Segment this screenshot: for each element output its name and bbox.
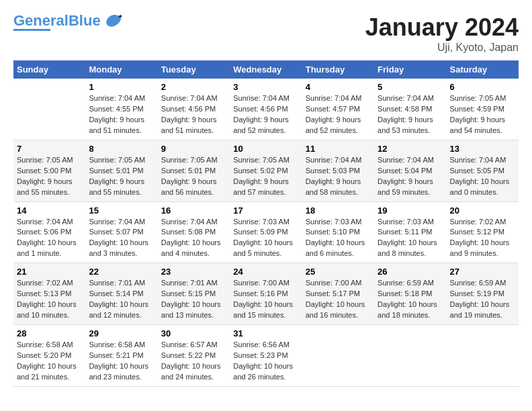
- day-info: Sunrise: 7:02 AM Sunset: 5:12 PM Dayligh…: [450, 217, 515, 260]
- title-block: January 2024 Uji, Kyoto, Japan: [365, 13, 519, 54]
- day-info: Sunrise: 7:04 AM Sunset: 5:06 PM Dayligh…: [17, 217, 82, 260]
- calendar-cell: 20Sunrise: 7:02 AM Sunset: 5:12 PM Dayli…: [447, 201, 519, 263]
- calendar-header-row: Sunday Monday Tuesday Wednesday Thursday…: [13, 60, 519, 79]
- day-number: 31: [233, 328, 298, 338]
- day-number: 11: [306, 144, 371, 154]
- day-number: 7: [17, 144, 82, 154]
- day-number: 10: [233, 144, 298, 154]
- day-info: Sunrise: 7:05 AM Sunset: 5:01 PM Dayligh…: [89, 155, 154, 198]
- day-info: Sunrise: 7:04 AM Sunset: 5:08 PM Dayligh…: [161, 217, 226, 260]
- calendar-title: January 2024: [365, 13, 519, 42]
- calendar-week-row: 7Sunrise: 7:05 AM Sunset: 5:00 PM Daylig…: [13, 140, 519, 201]
- day-number: 13: [450, 144, 515, 154]
- calendar-cell: 30Sunrise: 6:57 AM Sunset: 5:22 PM Dayli…: [158, 325, 230, 387]
- calendar-cell: 14Sunrise: 7:04 AM Sunset: 5:06 PM Dayli…: [13, 201, 85, 263]
- day-number: 2: [161, 82, 226, 92]
- calendar-cell: 22Sunrise: 7:01 AM Sunset: 5:14 PM Dayli…: [85, 263, 157, 325]
- day-number: 15: [89, 205, 154, 216]
- calendar-cell: [374, 325, 446, 387]
- calendar-cell: 16Sunrise: 7:04 AM Sunset: 5:08 PM Dayli…: [158, 201, 230, 263]
- day-info: Sunrise: 7:05 AM Sunset: 5:02 PM Dayligh…: [233, 155, 298, 198]
- calendar-cell: 13Sunrise: 7:04 AM Sunset: 5:05 PM Dayli…: [447, 140, 519, 201]
- calendar-cell: 15Sunrise: 7:04 AM Sunset: 5:07 PM Dayli…: [85, 201, 157, 263]
- calendar-subtitle: Uji, Kyoto, Japan: [365, 42, 519, 54]
- day-number: 28: [17, 328, 82, 338]
- day-number: 17: [233, 205, 298, 216]
- calendar-cell: 24Sunrise: 7:00 AM Sunset: 5:16 PM Dayli…: [230, 263, 302, 325]
- day-info: Sunrise: 7:03 AM Sunset: 5:11 PM Dayligh…: [378, 217, 443, 260]
- day-info: Sunrise: 7:04 AM Sunset: 4:56 PM Dayligh…: [161, 93, 226, 136]
- calendar-cell: 19Sunrise: 7:03 AM Sunset: 5:11 PM Dayli…: [374, 201, 446, 263]
- day-info: Sunrise: 6:59 AM Sunset: 5:19 PM Dayligh…: [450, 278, 515, 321]
- day-number: 30: [161, 328, 226, 338]
- calendar-cell: 7Sunrise: 7:05 AM Sunset: 5:00 PM Daylig…: [13, 140, 85, 201]
- col-sunday: Sunday: [13, 60, 85, 79]
- day-info: Sunrise: 7:01 AM Sunset: 5:14 PM Dayligh…: [89, 278, 154, 321]
- day-info: Sunrise: 6:59 AM Sunset: 5:18 PM Dayligh…: [378, 278, 443, 321]
- day-info: Sunrise: 6:56 AM Sunset: 5:23 PM Dayligh…: [233, 340, 298, 383]
- day-number: 16: [161, 205, 226, 216]
- day-number: 8: [89, 144, 154, 154]
- day-number: 26: [378, 267, 443, 277]
- calendar-cell: 4Sunrise: 7:04 AM Sunset: 4:57 PM Daylig…: [302, 79, 374, 140]
- day-number: 1: [89, 82, 154, 92]
- day-info: Sunrise: 7:03 AM Sunset: 5:09 PM Dayligh…: [233, 217, 298, 260]
- calendar-cell: 5Sunrise: 7:04 AM Sunset: 4:58 PM Daylig…: [374, 79, 446, 140]
- day-number: 5: [378, 82, 443, 92]
- day-info: Sunrise: 7:05 AM Sunset: 5:00 PM Dayligh…: [17, 155, 82, 198]
- day-info: Sunrise: 6:58 AM Sunset: 5:21 PM Dayligh…: [89, 340, 154, 383]
- day-number: 19: [378, 205, 443, 216]
- page-header: GeneralBlue January 2024 Uji, Kyoto, Jap…: [13, 13, 519, 54]
- day-info: Sunrise: 7:00 AM Sunset: 5:17 PM Dayligh…: [306, 278, 371, 321]
- day-number: 6: [450, 82, 515, 92]
- calendar-cell: [13, 79, 85, 140]
- calendar-table: Sunday Monday Tuesday Wednesday Thursday…: [13, 60, 519, 387]
- calendar-cell: 3Sunrise: 7:04 AM Sunset: 4:56 PM Daylig…: [230, 79, 302, 140]
- day-number: 14: [17, 205, 82, 216]
- calendar-cell: 8Sunrise: 7:05 AM Sunset: 5:01 PM Daylig…: [85, 140, 157, 201]
- calendar-cell: 18Sunrise: 7:03 AM Sunset: 5:10 PM Dayli…: [302, 201, 374, 263]
- day-info: Sunrise: 7:04 AM Sunset: 5:03 PM Dayligh…: [306, 155, 371, 198]
- calendar-cell: 1Sunrise: 7:04 AM Sunset: 4:55 PM Daylig…: [85, 79, 157, 140]
- logo-bird-icon: [102, 13, 122, 28]
- col-thursday: Thursday: [302, 60, 374, 79]
- day-info: Sunrise: 7:04 AM Sunset: 4:55 PM Dayligh…: [89, 93, 154, 136]
- day-info: Sunrise: 7:04 AM Sunset: 4:57 PM Dayligh…: [306, 93, 371, 136]
- col-monday: Monday: [85, 60, 157, 79]
- calendar-week-row: 28Sunrise: 6:58 AM Sunset: 5:20 PM Dayli…: [13, 325, 519, 387]
- calendar-cell: 17Sunrise: 7:03 AM Sunset: 5:09 PM Dayli…: [230, 201, 302, 263]
- calendar-cell: 12Sunrise: 7:04 AM Sunset: 5:04 PM Dayli…: [374, 140, 446, 201]
- day-number: 3: [233, 82, 298, 92]
- day-number: 12: [378, 144, 443, 154]
- col-tuesday: Tuesday: [158, 60, 230, 79]
- calendar-week-row: 1Sunrise: 7:04 AM Sunset: 4:55 PM Daylig…: [13, 79, 519, 140]
- calendar-cell: 25Sunrise: 7:00 AM Sunset: 5:17 PM Dayli…: [302, 263, 374, 325]
- calendar-cell: 26Sunrise: 6:59 AM Sunset: 5:18 PM Dayli…: [374, 263, 446, 325]
- day-number: 22: [89, 267, 154, 277]
- day-number: 21: [17, 267, 82, 277]
- calendar-cell: 28Sunrise: 6:58 AM Sunset: 5:20 PM Dayli…: [13, 325, 85, 387]
- calendar-cell: 27Sunrise: 6:59 AM Sunset: 5:19 PM Dayli…: [447, 263, 519, 325]
- col-saturday: Saturday: [447, 60, 519, 79]
- calendar-cell: 23Sunrise: 7:01 AM Sunset: 5:15 PM Dayli…: [158, 263, 230, 325]
- calendar-cell: 11Sunrise: 7:04 AM Sunset: 5:03 PM Dayli…: [302, 140, 374, 201]
- day-number: 29: [89, 328, 154, 338]
- day-number: 24: [233, 267, 298, 277]
- day-info: Sunrise: 7:02 AM Sunset: 5:13 PM Dayligh…: [17, 278, 82, 321]
- day-info: Sunrise: 7:00 AM Sunset: 5:16 PM Dayligh…: [233, 278, 298, 321]
- day-number: 4: [306, 82, 371, 92]
- day-number: 23: [161, 267, 226, 277]
- calendar-cell: 10Sunrise: 7:05 AM Sunset: 5:02 PM Dayli…: [230, 140, 302, 201]
- logo-text: GeneralBlue: [13, 13, 101, 28]
- calendar-cell: 29Sunrise: 6:58 AM Sunset: 5:21 PM Dayli…: [85, 325, 157, 387]
- col-friday: Friday: [374, 60, 446, 79]
- day-info: Sunrise: 6:57 AM Sunset: 5:22 PM Dayligh…: [161, 340, 226, 383]
- calendar-cell: [302, 325, 374, 387]
- day-info: Sunrise: 7:04 AM Sunset: 5:05 PM Dayligh…: [450, 155, 515, 198]
- calendar-cell: 31Sunrise: 6:56 AM Sunset: 5:23 PM Dayli…: [230, 325, 302, 387]
- day-info: Sunrise: 7:05 AM Sunset: 5:01 PM Dayligh…: [161, 155, 226, 198]
- calendar-week-row: 21Sunrise: 7:02 AM Sunset: 5:13 PM Dayli…: [13, 263, 519, 325]
- logo: GeneralBlue: [13, 13, 122, 31]
- calendar-week-row: 14Sunrise: 7:04 AM Sunset: 5:06 PM Dayli…: [13, 201, 519, 263]
- day-info: Sunrise: 6:58 AM Sunset: 5:20 PM Dayligh…: [17, 340, 82, 383]
